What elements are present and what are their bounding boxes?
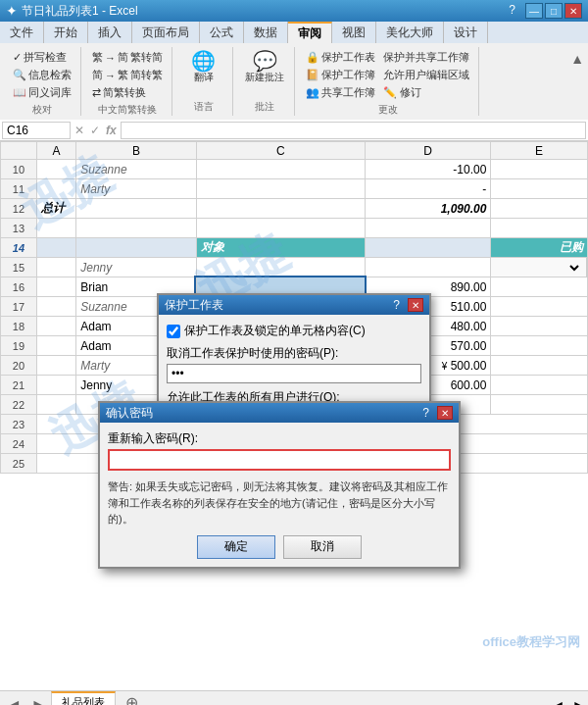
tab-beautify[interactable]: 美化大师 [376, 22, 444, 43]
confirm-close-btn[interactable]: ✕ [437, 406, 453, 420]
col-header-c[interactable]: C [196, 142, 365, 160]
close-btn[interactable]: ✕ [564, 3, 582, 19]
allow-edit-btn[interactable]: 允许用户编辑区域 [380, 67, 472, 83]
cell-e17[interactable] [491, 297, 587, 317]
cell-d11[interactable]: - [365, 179, 491, 199]
track-changes-btn[interactable]: ✏️ 修订 [380, 84, 472, 101]
cell-e16[interactable] [491, 277, 587, 297]
col-header-b[interactable]: B [76, 142, 197, 160]
tab-design[interactable]: 设计 [444, 22, 488, 43]
share-workbook-btn[interactable]: 👥 共享工作簿 [303, 84, 378, 101]
cell-a12[interactable]: 总计 [36, 199, 75, 219]
cell-a15[interactable] [36, 258, 75, 277]
cell-b13[interactable] [76, 219, 197, 238]
simp-to-trad-btn[interactable]: 简→繁 简转繁 [89, 67, 166, 83]
cell-a10[interactable] [36, 160, 75, 179]
cell-d10[interactable]: -10.00 [365, 160, 491, 179]
cell-a20[interactable] [36, 356, 75, 376]
language-items: 🌐 翻译 [187, 49, 220, 98]
cell-c14[interactable]: 对象 [196, 238, 365, 258]
help-btn[interactable]: ? [509, 3, 515, 19]
cell-a21[interactable] [36, 376, 75, 395]
cell-e13[interactable] [491, 219, 587, 238]
cell-d15[interactable] [365, 258, 491, 277]
confirm-help-btn[interactable]: ? [422, 406, 429, 420]
ribbon-group-chinese: 繁→简 繁转简 简→繁 简转繁 ⇄ 简繁转换 中文简繁转换 [83, 47, 172, 116]
cell-c15[interactable] [196, 258, 365, 277]
protect-workbook-btn[interactable]: 📔 保护工作簿 [303, 67, 378, 83]
confirm-ok-btn[interactable]: 确定 [197, 535, 275, 559]
cell-c12[interactable] [196, 199, 365, 219]
protect-sheet-btn[interactable]: 🔒 保护工作表 [303, 49, 378, 66]
sheet-tab-gift-list[interactable]: 礼品列表 [51, 691, 116, 705]
tab-insert[interactable]: 插入 [88, 22, 132, 43]
new-comment-btn[interactable]: 💬 新建批注 [241, 49, 288, 86]
formula-fx: fx [104, 124, 119, 137]
e15-dropdown[interactable] [495, 261, 582, 275]
cell-e12[interactable] [491, 199, 587, 219]
cell-e11[interactable] [491, 179, 587, 199]
cell-a17[interactable] [36, 297, 75, 317]
tab-file[interactable]: 文件 [0, 22, 44, 43]
protect-password-input[interactable] [167, 364, 421, 383]
cell-c11[interactable] [196, 179, 365, 199]
cell-e10[interactable] [491, 160, 587, 179]
tab-formula[interactable]: 公式 [200, 22, 244, 43]
cell-a14[interactable] [36, 238, 75, 258]
cell-e22[interactable] [491, 395, 587, 415]
cell-reference-input[interactable] [2, 122, 71, 139]
cell-d13[interactable] [365, 219, 491, 238]
protect-share-btn[interactable]: 保护并共享工作簿 [380, 49, 472, 66]
protect-help-btn[interactable]: ? [393, 298, 400, 312]
cell-c13[interactable] [196, 219, 365, 238]
tab-review[interactable]: 审阅 [288, 22, 332, 43]
cell-a13[interactable] [36, 219, 75, 238]
cell-b15[interactable]: Jenny [76, 258, 197, 277]
cell-b12[interactable] [76, 199, 197, 219]
cell-b10[interactable]: Suzanne [76, 160, 197, 179]
cell-a19[interactable] [36, 336, 75, 356]
cell-c10[interactable] [196, 160, 365, 179]
tab-page-layout[interactable]: 页面布局 [132, 22, 200, 43]
confirm-password-input[interactable] [108, 449, 451, 471]
cell-a22[interactable] [36, 395, 75, 415]
research-btn[interactable]: 🔍 信息检索 [10, 67, 74, 83]
cell-e21[interactable] [491, 376, 587, 395]
confirm-dialog[interactable]: 确认密码 ? ✕ 重新输入密码(R): 警告: 如果丢失或忘记密码，则无法将其恢… [98, 401, 461, 569]
scroll-left-btn[interactable]: ◄ [553, 698, 564, 705]
next-sheet-btn[interactable]: ► [27, 696, 49, 705]
cell-d12[interactable]: 1,090.00 [365, 199, 491, 219]
col-header-d[interactable]: D [365, 142, 491, 160]
add-sheet-btn[interactable]: ⊕ [120, 693, 144, 705]
scroll-right-btn[interactable]: ► [572, 698, 584, 705]
col-header-e[interactable]: E [491, 142, 587, 160]
cell-a11[interactable] [36, 179, 75, 199]
ribbon-collapse-btn[interactable]: ▲ [570, 51, 584, 67]
spellcheck-btn[interactable]: ✓ 拼写检查 [10, 49, 74, 66]
confirm-cancel-btn[interactable]: 取消 [283, 535, 362, 559]
convert-btn[interactable]: ⇄ 简繁转换 [89, 84, 166, 101]
cell-d14[interactable] [365, 238, 491, 258]
restore-btn[interactable]: □ [545, 3, 563, 19]
minimize-btn[interactable]: — [525, 3, 543, 19]
protect-checkbox[interactable] [167, 325, 180, 338]
tab-view[interactable]: 视图 [332, 22, 376, 43]
cell-a16[interactable] [36, 277, 75, 297]
cell-b11[interactable]: Marty [76, 179, 197, 199]
protect-close-btn[interactable]: ✕ [408, 298, 423, 312]
prev-sheet-btn[interactable]: ◄ [4, 696, 25, 705]
tab-start[interactable]: 开始 [44, 22, 88, 43]
col-header-a[interactable]: A [36, 142, 75, 160]
cell-a18[interactable] [36, 317, 75, 336]
cell-e20[interactable] [491, 356, 587, 376]
translate-btn[interactable]: 🌐 翻译 [187, 49, 220, 86]
cell-e18[interactable] [491, 317, 587, 336]
tab-data[interactable]: 数据 [244, 22, 288, 43]
formula-input[interactable] [121, 122, 586, 139]
cell-e19[interactable] [491, 336, 587, 356]
thesaurus-btn[interactable]: 📖 同义词库 [10, 84, 74, 101]
trad-to-simp-btn[interactable]: 繁→简 繁转简 [89, 49, 166, 66]
cell-e15[interactable] [491, 258, 587, 277]
cell-b14[interactable] [76, 238, 197, 258]
cell-e14[interactable]: 已购 [491, 238, 587, 258]
